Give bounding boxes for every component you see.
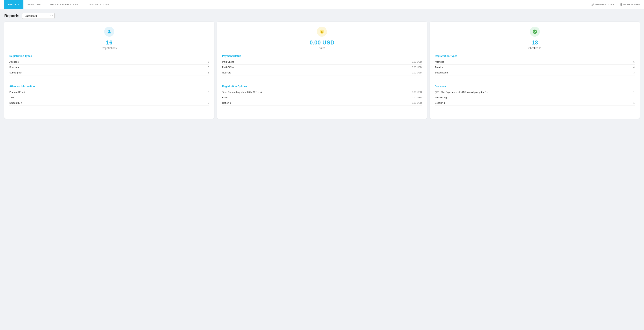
row-value: 0.00 USD xyxy=(412,60,422,63)
row-value: 5 xyxy=(208,71,209,74)
row-value: 4 xyxy=(633,66,635,69)
tab-communications[interactable]: COMMUNICATIONS xyxy=(82,0,113,9)
mobile-apps-label: MOBILE APPS xyxy=(623,3,640,6)
registrations-stat: 16 Registrations xyxy=(9,27,209,49)
row-label: Not Paid xyxy=(222,71,231,74)
reg-types-2-title: Registration Types xyxy=(435,55,635,57)
svg-rect-3 xyxy=(620,4,620,5)
more-ellipsis: ... xyxy=(435,77,635,80)
row-value: 0.00 USD xyxy=(412,71,422,74)
tab-reports[interactable]: REPORTS xyxy=(4,0,24,9)
payment-status-title: Payment Status xyxy=(222,55,422,57)
row-label: A+ Meeting xyxy=(435,96,447,99)
row-value: 6 xyxy=(633,60,635,63)
row-label: Paid Offline xyxy=(222,66,234,69)
svg-rect-0 xyxy=(620,3,620,4)
table-row: Subscription 5 xyxy=(9,70,209,75)
check-icon-wrap xyxy=(530,27,540,37)
svg-rect-1 xyxy=(620,3,621,4)
dollar-icon-wrap: $ xyxy=(317,27,327,37)
user-icon-wrap xyxy=(104,27,114,37)
more-ellipsis: ... xyxy=(9,77,209,80)
attendee-info-section: Attendee Information Personal Email 3 Ti… xyxy=(9,85,209,110)
user-icon xyxy=(107,29,112,34)
table-row: Option 1 0.00 USD xyxy=(222,100,422,106)
link-icon xyxy=(591,3,594,6)
registrations-card: 16 Registrations Registration Types Atte… xyxy=(4,22,214,119)
row-value: 0 xyxy=(208,102,209,104)
row-label: Session 1 xyxy=(435,102,445,104)
row-label: Tech Onboarding (June 28th, 12-1pm) xyxy=(222,91,262,93)
row-value: 3 xyxy=(633,71,635,74)
more-ellipsis: ... xyxy=(9,107,209,110)
registrations-label: Registrations xyxy=(102,47,116,49)
reg-options-title: Registration Options xyxy=(222,85,422,88)
table-row: Paid Offline 0.00 USD xyxy=(222,65,422,70)
reg-types-2-section: Registration Types Attendee 6 Premium 4 … xyxy=(435,55,635,80)
attendee-info-title: Attendee Information xyxy=(9,85,209,88)
row-value: 0 xyxy=(208,96,209,99)
tab-event-info[interactable]: EVENT INFO xyxy=(24,0,46,9)
svg-rect-4 xyxy=(620,4,621,5)
row-label: Basic xyxy=(222,96,228,99)
integrations-label: INTEGRATIONS xyxy=(595,3,614,6)
cards-container: 16 Registrations Registration Types Atte… xyxy=(0,22,644,123)
dashboard-select[interactable]: Dashboard Custom Report xyxy=(22,13,54,19)
checked-in-card: 13 Checked In Registration Types Attende… xyxy=(430,22,640,119)
row-label: Premium xyxy=(9,66,19,69)
row-label: Attendee xyxy=(9,60,19,63)
row-label: Subscription xyxy=(435,71,448,74)
table-row: Attendee 6 xyxy=(9,59,209,65)
checked-in-stat: 13 Checked In xyxy=(435,27,635,49)
table-row: Personal Email 3 xyxy=(9,89,209,95)
sales-card: $ 0.00 USD Sales Payment Status Paid Onl… xyxy=(217,22,427,119)
grid-icon xyxy=(619,3,622,6)
more-ellipsis: ... xyxy=(435,107,635,110)
nav-bar: REPORTS EVENT INFO REGISTRATION STEPS CO… xyxy=(0,0,644,9)
row-label: Student ID # xyxy=(9,102,22,104)
sessions-section: Sessions (101) The Experience of YOU: Wo… xyxy=(435,85,635,110)
row-label: (101) The Experience of YOU: Would you g… xyxy=(435,91,488,93)
row-value: 1 xyxy=(633,96,635,99)
mobile-apps-link[interactable]: MOBILE APPS xyxy=(619,3,640,6)
row-value: 1 xyxy=(633,91,635,93)
page-header: Reports Dashboard Custom Report xyxy=(0,9,644,22)
reg-types-section: Registration Types Attendee 6 Premium 5 … xyxy=(9,55,209,80)
sales-number: 0.00 USD xyxy=(310,39,334,46)
svg-rect-8 xyxy=(622,5,622,5)
integrations-link[interactable]: INTEGRATIONS xyxy=(591,3,614,6)
row-value: 5 xyxy=(208,66,209,69)
dollar-icon: $ xyxy=(320,29,324,34)
sales-label: Sales xyxy=(319,47,325,49)
more-ellipsis: ... xyxy=(222,107,422,110)
row-label: Title xyxy=(9,96,14,99)
svg-rect-2 xyxy=(622,3,622,4)
reg-options-section: Registration Options Tech Onboarding (Ju… xyxy=(222,85,422,110)
nav-right: INTEGRATIONS MOBILE APPS xyxy=(591,3,640,6)
row-label: Subscription xyxy=(9,71,22,74)
page-title: Reports xyxy=(4,13,19,18)
row-label: Personal Email xyxy=(9,91,25,93)
svg-text:$: $ xyxy=(321,30,323,33)
checked-in-label: Checked In xyxy=(528,47,541,49)
svg-rect-6 xyxy=(620,5,620,5)
table-row: Attendee 6 xyxy=(435,59,635,65)
table-row: Subscription 3 xyxy=(435,70,635,75)
table-row: Title 0 xyxy=(9,95,209,100)
row-label: Paid Online xyxy=(222,60,234,63)
checked-in-number: 13 xyxy=(532,39,538,46)
svg-rect-7 xyxy=(620,5,621,5)
row-label: Option 1 xyxy=(222,102,231,104)
row-value: 0.00 USD xyxy=(412,102,422,104)
tab-registration-steps[interactable]: REGISTRATION STEPS xyxy=(46,0,82,9)
reg-types-title: Registration Types xyxy=(9,55,209,57)
table-row: Premium 5 xyxy=(9,65,209,70)
table-row: (101) The Experience of YOU: Would you g… xyxy=(435,89,635,95)
table-row: A+ Meeting 1 xyxy=(435,95,635,100)
svg-point-9 xyxy=(108,30,110,32)
row-value: 1 xyxy=(633,102,635,104)
registrations-number: 16 xyxy=(106,39,112,46)
checkmark-icon xyxy=(532,29,537,34)
table-row: Premium 4 xyxy=(435,65,635,70)
row-value: 3 xyxy=(208,91,209,93)
